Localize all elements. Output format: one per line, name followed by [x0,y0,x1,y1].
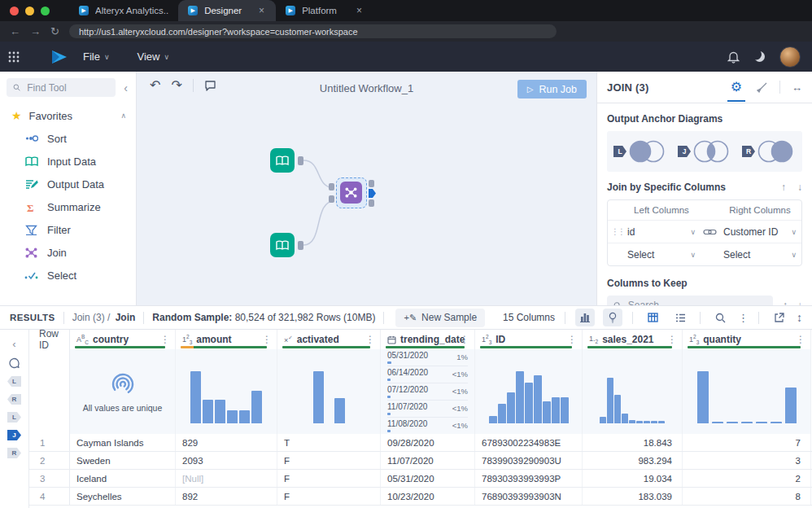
join-node[interactable] [340,182,362,204]
table-row[interactable]: 2Sweden2093F11/07/202078399039290903U983… [29,452,812,470]
minimize-window-button[interactable] [25,7,34,15]
column-name: trending_date [400,334,465,345]
settings-gear-icon[interactable]: ⚙ [727,73,745,102]
histogram[interactable] [683,371,810,423]
collapse-up-icon[interactable]: ↑ [781,182,786,193]
column-menu-icon[interactable]: ⋮ [262,334,272,345]
column-header-quantity[interactable]: 123quantity⋮ [683,330,811,349]
new-sample-button[interactable]: +✎ New Sample [395,309,485,327]
join-right-input-anchor[interactable] [329,195,334,203]
output-anchor-stub[interactable] [298,241,303,250]
sidebar-tool-summarize[interactable]: ΣSummarize [0,195,136,218]
join-R-output-anchor[interactable] [369,199,374,207]
anchor-tab-J[interactable]: J [7,430,21,440]
left-column-select[interactable]: id∨ [626,226,697,238]
column-menu-icon[interactable]: ⋮ [567,334,577,345]
column-header-ID[interactable]: 123ID⋮ [475,330,583,349]
column-menu-icon[interactable]: ⋮ [460,334,469,345]
close-window-button[interactable] [10,7,19,15]
left-column-select[interactable]: Select∨ [626,249,697,261]
address-bar[interactable]: http://us1.alteryxcloud.com/designer?wor… [69,24,557,38]
comments-icon[interactable] [8,357,20,369]
suggestions-bulb-toggle[interactable] [603,309,622,326]
histogram[interactable] [277,371,380,423]
join-node-selection[interactable] [336,177,367,208]
anchor-tab-L[interactable]: L [7,412,21,423]
forward-icon[interactable]: → [30,26,41,37]
join-L-output-anchor[interactable] [369,180,374,187]
table-row[interactable]: 1Cayman Islands829T09/28/202067893002234… [29,434,812,452]
list-view-toggle[interactable] [670,309,690,326]
right-column-select[interactable]: Select∨ [722,249,798,261]
input-data-node-2[interactable] [270,233,295,257]
collapse-down-icon[interactable]: ↓ [797,182,802,193]
column-menu-icon[interactable]: ⋮ [667,334,677,345]
collapse-sidebar-icon[interactable]: ‹ [120,81,131,94]
user-avatar[interactable] [779,46,801,68]
maximize-window-button[interactable] [41,7,50,15]
collapse-rail-icon[interactable]: ‹ [12,338,15,350]
interactive-brush-icon[interactable] [757,81,768,93]
table-row[interactable]: 4Seychelles892F10/23/202076890393993903N… [29,488,812,506]
column-header-sales_2021[interactable]: 1.2sales_2021⋮ [583,330,683,349]
anchor-tab-L[interactable]: L [7,376,21,387]
anchor-tab-R[interactable]: R [7,448,21,458]
sidebar-tool-output-data[interactable]: Output Data [0,173,136,195]
alteryx-logo-icon[interactable] [50,50,68,64]
input-data-node-1[interactable] [270,148,295,173]
sidebar-tool-filter[interactable]: Filter [0,218,136,241]
favorites-section-header[interactable]: ★ Favorites ∧ [0,102,136,127]
histogram[interactable] [176,371,277,423]
histogram[interactable] [583,378,682,423]
column-header-activated[interactable]: ×✓activated⋮ [277,330,381,349]
workflow-canvas[interactable]: ↶ ↷ Untitled Workflow_1 ▷ Run Job [137,72,596,305]
column-header-amount[interactable]: 123amount⋮ [176,330,277,349]
anchor-tab-R[interactable]: R [7,394,21,405]
drag-handle-icon[interactable]: ⋮⋮ [609,227,626,236]
venn-R-anchor[interactable]: R [742,138,796,165]
sidebar-tool-sort[interactable]: Sort [0,127,136,150]
refresh-icon[interactable]: ↻ [50,26,59,37]
find-tool-search[interactable] [7,78,116,97]
file-menu[interactable]: File ∨ [83,50,110,63]
profile-histogram-toggle[interactable] [575,309,595,326]
browser-tab[interactable]: ▶Designer× [178,0,276,21]
back-icon[interactable]: ← [10,26,20,37]
more-options-icon[interactable]: ⋮ [738,312,749,324]
venn-J-anchor[interactable]: J [678,138,731,165]
column-menu-icon[interactable]: ⋮ [365,334,375,345]
column-menu-icon[interactable]: ⋮ [160,334,170,345]
column-menu-icon[interactable]: ⋮ [796,334,805,345]
search-results-button[interactable] [710,309,730,326]
app-grid-icon[interactable] [8,51,20,63]
tab-close-icon[interactable]: × [355,5,364,16]
cell-amount: 2093 [176,452,277,469]
open-in-new-icon[interactable] [769,309,788,326]
tab-close-icon[interactable]: × [257,5,266,16]
browser-tab[interactable]: ▶Platform× [276,0,373,21]
table-row[interactable]: 3Iceland[Null]F05/31/202078930393993993P… [29,470,812,488]
results-breadcrumb[interactable]: Join (3) / Join [72,312,136,323]
sidebar-tool-join[interactable]: Join [0,241,136,264]
column-header-trending_date[interactable]: trending_date⋮ [381,330,475,349]
histogram[interactable] [475,371,582,423]
dark-mode-moon-icon[interactable] [754,51,765,62]
find-tool-input[interactable] [25,81,109,94]
cell-quantity: 7 [683,434,811,451]
sidebar-tool-input-data[interactable]: Input Data [0,150,136,173]
grid-view-toggle[interactable] [643,309,662,326]
resize-panel-icon[interactable]: ↕ [797,311,802,324]
column-header-country[interactable]: ABCcountry⋮ [70,330,176,349]
histogram-bar [741,422,753,423]
venn-L-anchor[interactable]: L [613,138,667,165]
browser-tab[interactable]: ▶Alteryx Analytics.. [69,0,178,21]
date-frequency-list[interactable]: 05/31/20201%06/14/2020<1%07/12/2020<1%11… [387,349,468,434]
output-anchor-stub[interactable] [298,156,303,165]
join-left-input-anchor[interactable] [329,183,334,190]
notifications-bell-icon[interactable] [727,50,740,64]
right-column-select[interactable]: Customer ID∨ [722,226,798,238]
histogram-bar [313,371,324,423]
view-menu[interactable]: View ∨ [138,50,170,63]
expand-panel-icon[interactable]: ↔ [792,81,802,94]
sidebar-tool-select[interactable]: Select [0,264,136,287]
